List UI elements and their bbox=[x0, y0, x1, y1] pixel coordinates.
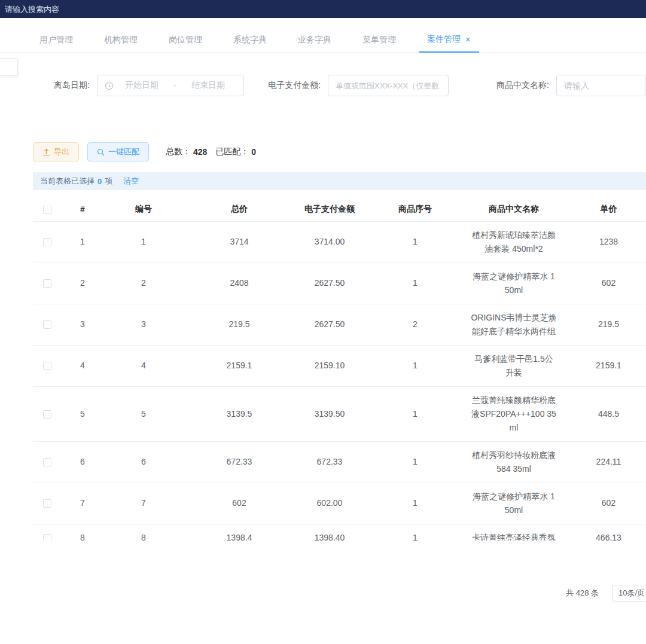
table-cell: 4 bbox=[103, 345, 184, 386]
table-cell: 7 bbox=[103, 483, 184, 524]
search-match-icon bbox=[97, 148, 105, 156]
count-summary: 总数： 428 已匹配： 0 bbox=[166, 146, 256, 157]
table-cell: 8 bbox=[62, 524, 103, 541]
table-cell: 植村秀羽纱持妆粉底液 584 35ml bbox=[466, 441, 562, 483]
table-cell: 海蓝之谜修护精萃水 150ml bbox=[466, 483, 562, 524]
table-row: 2224082627.501海蓝之谜修护精萃水 150ml602 bbox=[33, 263, 646, 304]
row-checkbox[interactable] bbox=[43, 279, 51, 288]
table-cell: 3139.50 bbox=[295, 386, 364, 441]
table-cell: 马爹利蓝带干邑1.5公升装 bbox=[466, 345, 562, 386]
table-row: 33219.52627.502ORIGINS韦博士灵芝焕能好底子精华水两件组21… bbox=[33, 304, 646, 345]
date-start-placeholder[interactable]: 开始日期 bbox=[114, 80, 170, 91]
table-cell: 5 bbox=[62, 386, 103, 441]
top-navbar bbox=[0, 0, 646, 18]
amount-filter-label: 电子支付金额: bbox=[268, 80, 321, 91]
table-cell: 602 bbox=[562, 263, 646, 304]
page-size-select[interactable]: 10条/页 bbox=[612, 585, 646, 602]
row-checkbox[interactable] bbox=[43, 534, 51, 541]
product-name-filter-label: 商品中文名称: bbox=[496, 80, 549, 91]
table-cell: 植村秀新琥珀臻萃洁颜油套装 450ml*2 bbox=[466, 221, 562, 263]
matched-label: 已匹配： bbox=[215, 146, 249, 157]
row-checkbox[interactable] bbox=[43, 410, 51, 419]
collapse-toggle[interactable] bbox=[0, 58, 18, 76]
tab-6[interactable]: 菜单管理 bbox=[354, 26, 404, 53]
date-range-picker[interactable]: 开始日期 - 结束日期 bbox=[97, 75, 244, 96]
table-cell: 7 bbox=[62, 483, 103, 524]
selection-bar: 当前表格已选择 0 项 清空 bbox=[33, 172, 646, 190]
table-cell: 2 bbox=[62, 263, 103, 304]
selection-count: 0 bbox=[97, 177, 102, 186]
clear-selection-link[interactable]: 清空 bbox=[123, 176, 139, 187]
product-name-input[interactable] bbox=[556, 75, 646, 96]
table-cell: 602.00 bbox=[295, 483, 364, 524]
row-checkbox-cell bbox=[33, 441, 62, 483]
tab-label: 业务字典 bbox=[298, 27, 331, 52]
row-checkbox-cell bbox=[33, 221, 62, 263]
export-icon bbox=[42, 148, 50, 156]
total-label: 总数： bbox=[166, 146, 191, 157]
tab-close-icon[interactable]: × bbox=[465, 35, 471, 44]
table-cell: 8 bbox=[103, 524, 184, 541]
table-cell: 1 bbox=[364, 441, 466, 483]
table-row: 77602602.001海蓝之谜修护精萃水 150ml602 bbox=[33, 483, 646, 524]
date-range-separator: - bbox=[170, 81, 180, 90]
export-button[interactable]: 导出 bbox=[33, 142, 79, 161]
global-search-input[interactable] bbox=[5, 5, 136, 14]
one-click-match-button[interactable]: 一键匹配 bbox=[87, 142, 149, 161]
tab-7[interactable]: 案件管理× bbox=[419, 26, 479, 53]
amount-input[interactable] bbox=[328, 75, 449, 96]
row-checkbox[interactable] bbox=[43, 458, 51, 466]
date-end-placeholder[interactable]: 结束日期 bbox=[180, 80, 236, 91]
table-cell: 1238 bbox=[562, 221, 646, 263]
table-cell: 4 bbox=[62, 345, 103, 386]
filter-row: 离岛日期: 开始日期 - 结束日期 电子支付金额: 商品中文名称: bbox=[0, 75, 646, 96]
table-row: 66672.33672.331植村秀羽纱持妆粉底液 584 35ml224.11 bbox=[33, 441, 646, 483]
table-cell: 2627.50 bbox=[295, 263, 364, 304]
tab-5[interactable]: 业务字典 bbox=[290, 26, 340, 53]
table-cell: 3714 bbox=[184, 221, 295, 263]
row-checkbox-cell bbox=[33, 345, 62, 386]
table-cell: 448.5 bbox=[562, 386, 646, 441]
table-cell: 卡诗菁纯亮泽经典香氛 bbox=[466, 524, 562, 541]
table-cell: 1 bbox=[62, 221, 103, 263]
row-checkbox[interactable] bbox=[43, 238, 51, 246]
table-cell: 672.33 bbox=[295, 441, 364, 483]
tab-1[interactable]: 用户管理 bbox=[31, 26, 81, 53]
column-header: 单价 bbox=[562, 197, 646, 221]
tab-label: 系统字典 bbox=[233, 27, 267, 52]
table-cell: 602 bbox=[184, 483, 295, 524]
table-cell: 2159.1 bbox=[184, 345, 295, 386]
tab-3[interactable]: 岗位管理 bbox=[160, 26, 211, 53]
table-cell: 6 bbox=[62, 441, 103, 483]
table-cell: 5 bbox=[103, 386, 184, 441]
row-checkbox[interactable] bbox=[43, 499, 51, 508]
selection-suffix: 项 bbox=[105, 176, 112, 187]
tab-2[interactable]: 机构管理 bbox=[96, 26, 146, 53]
table-header-row: #编号总价电子支付金额商品序号商品中文名称单价 bbox=[33, 197, 646, 221]
one-click-match-label: 一键匹配 bbox=[108, 146, 139, 157]
select-all-checkbox[interactable] bbox=[43, 206, 51, 214]
table-cell: 2408 bbox=[184, 263, 295, 304]
table-cell: 3 bbox=[62, 304, 103, 345]
table-cell: 1398.40 bbox=[295, 524, 364, 541]
column-header: 商品中文名称 bbox=[466, 197, 562, 221]
pagination-total: 共 428 条 bbox=[566, 588, 599, 599]
row-checkbox[interactable] bbox=[43, 321, 51, 329]
table-cell: 224.11 bbox=[562, 441, 646, 483]
tab-4[interactable]: 系统字典 bbox=[225, 26, 275, 53]
row-checkbox-cell bbox=[33, 524, 62, 541]
table-cell: 1 bbox=[364, 483, 466, 524]
table-cell: 1 bbox=[364, 524, 466, 541]
table-cell: 219.5 bbox=[184, 304, 295, 345]
column-header: 电子支付金额 bbox=[295, 197, 364, 221]
export-button-label: 导出 bbox=[54, 146, 69, 157]
table-cell: 3139.5 bbox=[184, 386, 295, 441]
tab-bar: 用户管理机构管理岗位管理系统字典业务字典菜单管理案件管理× bbox=[0, 27, 646, 53]
table-row: 553139.53139.501兰蔻菁纯臻颜精华粉底液SPF20PA+++100… bbox=[33, 386, 646, 441]
tab-label: 岗位管理 bbox=[169, 27, 202, 52]
table-cell: 1 bbox=[103, 221, 184, 263]
tab-label: 机构管理 bbox=[104, 27, 138, 52]
table-cell: 219.5 bbox=[562, 304, 646, 345]
row-checkbox[interactable] bbox=[43, 362, 51, 370]
tab-label: 案件管理 bbox=[427, 26, 461, 51]
